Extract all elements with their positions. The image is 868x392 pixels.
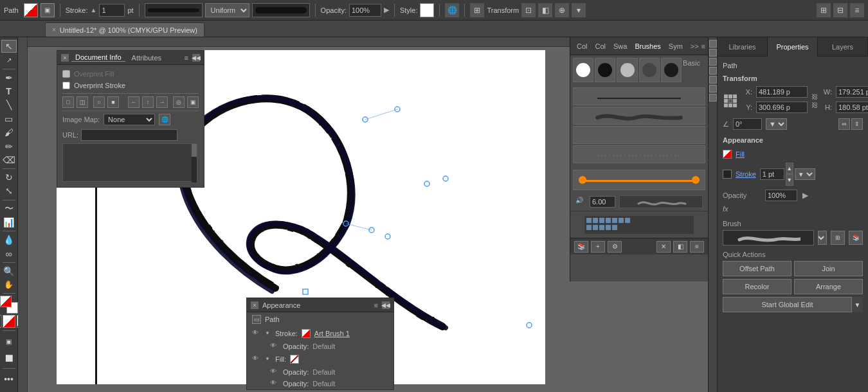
- document-tab[interactable]: × Untitled-12* @ 100% (CMYK/GPU Preview): [45, 22, 204, 37]
- start-global-edit-btn[interactable]: Start Global Edit: [723, 297, 851, 312]
- brush-circle-lgray[interactable]: [617, 58, 637, 82]
- brush-delete-btn[interactable]: ✕: [656, 241, 671, 253]
- image-map-browser-icon[interactable]: 🌐: [159, 114, 170, 125]
- brush-stroke-orange-selected[interactable]: [573, 170, 705, 190]
- fill-stroke-swatches[interactable]: [0, 296, 18, 314]
- target-btn[interactable]: ◎: [173, 96, 185, 108]
- brush-circle-vdkgray[interactable]: [661, 58, 682, 82]
- brush-circle-dkgray[interactable]: [639, 58, 660, 82]
- scale-tool[interactable]: ⤡: [1, 184, 17, 197]
- x-input[interactable]: 481.189 p: [756, 86, 808, 98]
- right-arrow-btn[interactable]: →: [156, 96, 168, 108]
- fill-swatch[interactable]: [24, 3, 38, 17]
- panel-menu-btn[interactable]: ≡: [185, 54, 188, 62]
- brush-circle-white[interactable]: [573, 58, 593, 82]
- color1-tab[interactable]: Col: [573, 40, 592, 53]
- fill-swatch[interactable]: [290, 355, 299, 364]
- align-icon[interactable]: ⊡: [521, 3, 536, 17]
- brush-size-input[interactable]: [590, 196, 615, 208]
- brush-stroke2[interactable]: [573, 107, 705, 125]
- panel-icon4[interactable]: [709, 67, 717, 75]
- stroke-input[interactable]: [99, 4, 125, 17]
- type-tool[interactable]: T: [1, 85, 17, 98]
- h-input[interactable]: [836, 102, 868, 113]
- link-h-icon[interactable]: ⛓: [811, 102, 818, 109]
- style-swatch[interactable]: [420, 3, 434, 17]
- stroke-eye-icon[interactable]: 👁: [252, 329, 261, 338]
- brush-preview-dropdown[interactable]: ▼: [818, 231, 827, 245]
- brush-library-right-btn[interactable]: 📚: [849, 231, 863, 245]
- stroke-style-preview[interactable]: [252, 3, 310, 17]
- link-w-icon[interactable]: ⛓: [811, 93, 818, 100]
- panel-icon3[interactable]: [709, 58, 717, 66]
- stroke-appear-label[interactable]: Stroke: [736, 170, 756, 178]
- fill-eye-icon[interactable]: 👁: [252, 355, 261, 364]
- tab-close-btn[interactable]: ×: [52, 26, 56, 33]
- select-tool[interactable]: ↖: [1, 40, 17, 53]
- angle-dropdown[interactable]: ▼: [766, 118, 787, 130]
- zoom-tool[interactable]: 🔍: [1, 265, 17, 278]
- panel-icon5[interactable]: [709, 76, 717, 84]
- fx-label[interactable]: fx: [723, 205, 728, 213]
- pathfinder-icon[interactable]: ◧: [538, 3, 552, 17]
- brush-stroke3[interactable]: [573, 126, 705, 144]
- panel-collapse-btn[interactable]: ◀◀: [192, 54, 200, 62]
- appearance-collapse[interactable]: ◀◀: [382, 301, 390, 309]
- brush-new-btn[interactable]: +: [591, 241, 605, 253]
- left-arrow-btn[interactable]: ←: [128, 96, 140, 108]
- w-input[interactable]: [836, 86, 868, 98]
- brushes-tab[interactable]: Brushes: [631, 40, 664, 53]
- paintbrush-tool[interactable]: 🖌: [1, 126, 17, 139]
- circle-btn[interactable]: ○: [93, 96, 105, 108]
- overprint-fill-checkbox[interactable]: [62, 70, 70, 78]
- brush-circle-black[interactable]: [595, 58, 615, 82]
- blend-tool[interactable]: ∞: [1, 247, 17, 260]
- more-options-icon[interactable]: ≡: [850, 3, 864, 17]
- direct-select-tool[interactable]: ↗: [1, 53, 17, 66]
- warp-tool[interactable]: 〜: [1, 202, 17, 215]
- offset-path-btn[interactable]: Offset Path: [723, 261, 791, 276]
- draw-mode-btn[interactable]: ▣: [1, 334, 17, 349]
- brush-dup-btn[interactable]: ◧: [673, 241, 687, 253]
- stroke-swatch[interactable]: [302, 329, 311, 338]
- layers-tab[interactable]: Layers: [818, 37, 868, 57]
- color2-tab[interactable]: Col: [592, 40, 610, 53]
- libraries-tab[interactable]: Libraries: [718, 37, 768, 57]
- arrange-icon[interactable]: ⊞: [817, 3, 831, 17]
- brush-options-right-btn[interactable]: ⊞: [831, 231, 845, 245]
- web-icon[interactable]: 🌐: [445, 3, 459, 17]
- box-icon2[interactable]: ◫: [77, 96, 88, 108]
- fill-appear-label[interactable]: Fill: [736, 150, 745, 158]
- symbols-tab[interactable]: Sym: [665, 40, 687, 53]
- stroke-down-btn[interactable]: ▼: [786, 174, 793, 186]
- panel-icon1[interactable]: [709, 40, 717, 48]
- brush-stroke4[interactable]: [573, 145, 705, 163]
- appearance-close[interactable]: ×: [251, 301, 258, 309]
- arrange-btn[interactable]: Arrange: [794, 279, 863, 294]
- color-box1[interactable]: [0, 315, 1, 328]
- rect-tool[interactable]: ▭: [1, 112, 17, 125]
- stroke-type-dropdown[interactable]: Uniform: [205, 3, 249, 17]
- doc-info-tab[interactable]: Document Info: [71, 53, 125, 62]
- doc-panel-close[interactable]: ×: [61, 54, 69, 62]
- transform-grid-icon[interactable]: ⊞: [470, 3, 484, 17]
- swatch-tab[interactable]: Swa: [610, 40, 631, 53]
- line-tool[interactable]: ╲: [1, 98, 17, 111]
- hand-tool[interactable]: ✋: [1, 278, 17, 291]
- rotate-tool[interactable]: ↻: [1, 171, 17, 184]
- brush-stroke1[interactable]: [573, 87, 705, 105]
- opacity-more-btn[interactable]: ▶: [802, 191, 808, 200]
- panel-icon6[interactable]: [709, 85, 717, 93]
- shape-builder-icon[interactable]: ⊕: [555, 3, 569, 17]
- screen-mode-btn[interactable]: ⬜: [1, 350, 17, 366]
- opacity1-eye[interactable]: 👁: [270, 342, 279, 351]
- url-input[interactable]: [81, 129, 177, 141]
- pen-tool[interactable]: ✒: [1, 71, 17, 84]
- panel-scrollbar[interactable]: [192, 144, 197, 183]
- fill-appear-swatch[interactable]: [723, 150, 732, 159]
- angle-input[interactable]: [733, 118, 762, 130]
- brush-library-btn[interactable]: 📚: [574, 241, 588, 253]
- eyedropper-tool[interactable]: 💧: [1, 233, 17, 246]
- flip-h-btn[interactable]: ⇔: [838, 118, 850, 130]
- square-btn[interactable]: ■: [107, 96, 119, 108]
